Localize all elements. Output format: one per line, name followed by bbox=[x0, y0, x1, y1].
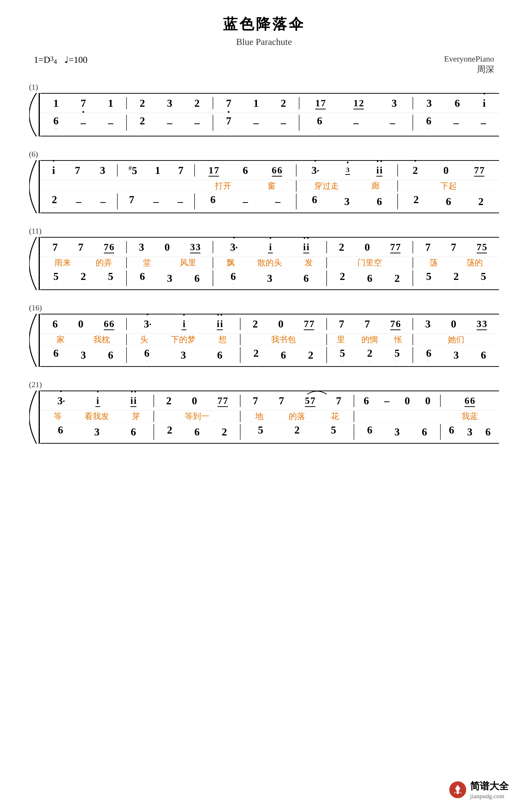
note: 3 bbox=[100, 164, 105, 176]
bass-note: 7 · bbox=[226, 115, 231, 131]
note: 6 bbox=[53, 318, 58, 330]
note: 3 bbox=[427, 97, 432, 110]
watermark: 简谱大全 jianpudg.com bbox=[449, 779, 509, 800]
b3-3: 6· 3 6 bbox=[213, 270, 327, 286]
system-5: (21) 3· i bbox=[29, 380, 499, 444]
system-4-label: (16) bbox=[29, 303, 499, 312]
note: 1 bbox=[253, 97, 259, 110]
note: 3 bbox=[425, 318, 430, 330]
bass-2-1: 2· – – bbox=[40, 193, 118, 209]
rest: – bbox=[80, 117, 86, 129]
watermark-text-block: 简谱大全 jianpudg.com bbox=[470, 779, 509, 800]
note-group: 77 bbox=[218, 395, 228, 407]
lyric: 打开 bbox=[215, 180, 231, 191]
brace-4 bbox=[29, 314, 39, 367]
note: 7 bbox=[279, 395, 284, 407]
system-3-label: (11) bbox=[29, 227, 499, 235]
brace-1 bbox=[29, 93, 39, 136]
watermark-sub: jianpudg.com bbox=[470, 793, 509, 800]
measure-1-2: 2 3 2 bbox=[127, 97, 213, 110]
bass-note: 2· bbox=[52, 193, 57, 209]
bass-m-4: 6 · – – bbox=[299, 115, 413, 131]
t3-m3: 3· i i i bbox=[213, 241, 327, 253]
left-barline-2 bbox=[39, 160, 40, 213]
t5-m5: 66 bbox=[441, 395, 499, 407]
note: 7 bbox=[365, 318, 370, 330]
note-group: 7 7 bbox=[474, 164, 484, 176]
measures-3: 7 7 7 6 3 0 bbox=[40, 237, 499, 290]
bass-row-2: 2· – – 7· – – 6· – – 6· bbox=[40, 192, 499, 211]
rest: – bbox=[167, 117, 172, 129]
note: 2 bbox=[194, 97, 200, 110]
note-group: 57 bbox=[305, 395, 315, 407]
key-signature: 1=D34 bbox=[34, 54, 57, 65]
b3-5: 5· 2· 5· bbox=[413, 270, 499, 286]
rest: – bbox=[194, 117, 200, 129]
watermark-logo bbox=[449, 781, 466, 798]
l3-4: 门里空 bbox=[327, 257, 413, 268]
system-1-label: (1) bbox=[29, 83, 499, 91]
bass-2-3: 6· – – bbox=[195, 193, 296, 209]
note: 2 bbox=[166, 395, 172, 407]
bass-row-1: 6 · · – – 2 · – – bbox=[40, 113, 499, 132]
page: 蓝色降落伞 Blue Parachute 1=D34 ♩=100 Everyon… bbox=[0, 0, 528, 812]
system-4: (16) 6 0 66 bbox=[29, 303, 499, 367]
note-group: 3 bbox=[345, 166, 350, 175]
l3-3: 飘 散的头 发 bbox=[213, 257, 327, 268]
lyrics-row-3: 雨来 的弄 堂 风里 飘 散的头 发 门里空 bbox=[40, 257, 499, 269]
note-group: i i bbox=[376, 164, 382, 176]
measures-1: 1 7 1 2 3 2 7 1 2 bbox=[40, 93, 499, 136]
treble-row-4: 6 0 66 3· i bbox=[40, 315, 499, 334]
bass-note: 2· bbox=[413, 193, 419, 209]
note-group: 7 7 bbox=[390, 241, 400, 253]
bass-note: 6· bbox=[210, 193, 216, 209]
lyric-2-5: 下起 bbox=[398, 180, 499, 191]
system-5-label: (21) bbox=[29, 380, 499, 389]
bass-note: 6 · · bbox=[53, 115, 59, 131]
lyric: 穿过走 bbox=[314, 180, 339, 191]
bass-m-2: 2 · – – bbox=[127, 115, 213, 131]
rest: – bbox=[481, 117, 486, 129]
watermark-main: 简谱大全 bbox=[470, 779, 509, 793]
rest: – bbox=[390, 117, 395, 129]
rest: 0 bbox=[164, 241, 170, 253]
note-group: i bbox=[96, 395, 100, 407]
bass-row-5: 6· 3 6 2· 6 2 5· 2· 5· 6· bbox=[40, 422, 499, 441]
treble-row-5: 3· i i i bbox=[40, 391, 499, 410]
bass-note: 6 · bbox=[426, 115, 431, 131]
t3-m5: 7 7 7 5 bbox=[413, 241, 499, 253]
l3-5: 荡 荡的 bbox=[413, 257, 499, 268]
bass-2-4: 6· 3 6 bbox=[296, 193, 398, 209]
note: 2 bbox=[252, 318, 258, 330]
treble-row-3: 7 7 7 6 3 0 bbox=[40, 238, 499, 257]
bass-2-2: 7· – – bbox=[118, 193, 195, 209]
note: 2 bbox=[413, 164, 418, 176]
t4-m4: 7 7 76 bbox=[327, 318, 413, 330]
note: i bbox=[483, 97, 486, 110]
note-group: 7 5 bbox=[476, 241, 487, 253]
note-group: 7 6 bbox=[104, 241, 114, 253]
b3-4: 2· 6 2 bbox=[327, 270, 413, 286]
note: 1 bbox=[155, 164, 160, 176]
bass-note: 6 · bbox=[317, 115, 322, 131]
t3-m1: 7 7 7 6 bbox=[40, 241, 127, 253]
measures-2: i 7 3 #5 1 7 1 bbox=[40, 160, 499, 213]
title-english: Blue Parachute bbox=[29, 37, 499, 47]
note-group: 3 3 bbox=[190, 241, 200, 253]
note: 3 bbox=[167, 97, 172, 110]
note: 3 bbox=[139, 241, 144, 253]
treble-row-1: 1 7 1 2 3 2 7 1 2 bbox=[40, 94, 499, 113]
note: 2 bbox=[140, 97, 145, 110]
note: 7 bbox=[226, 97, 231, 110]
note: #5 bbox=[129, 164, 137, 177]
note: 7 bbox=[425, 241, 430, 253]
lyrics-row-4: 家 我枕 头 下的梦 想 我书包 里 的惆 怅 bbox=[40, 334, 499, 345]
note-group: 1 7 bbox=[315, 97, 326, 110]
t4-m1: 6 0 66 bbox=[40, 318, 127, 330]
left-barline-1 bbox=[39, 93, 40, 136]
lyric-2-3: 打开 窗 bbox=[195, 180, 296, 191]
meta-row: 1=D34 ♩=100 EveryonePiano 周深 bbox=[29, 54, 499, 75]
note: i bbox=[52, 164, 55, 176]
meta-source: EveryonePiano bbox=[444, 54, 494, 63]
note-group: i bbox=[268, 241, 273, 253]
